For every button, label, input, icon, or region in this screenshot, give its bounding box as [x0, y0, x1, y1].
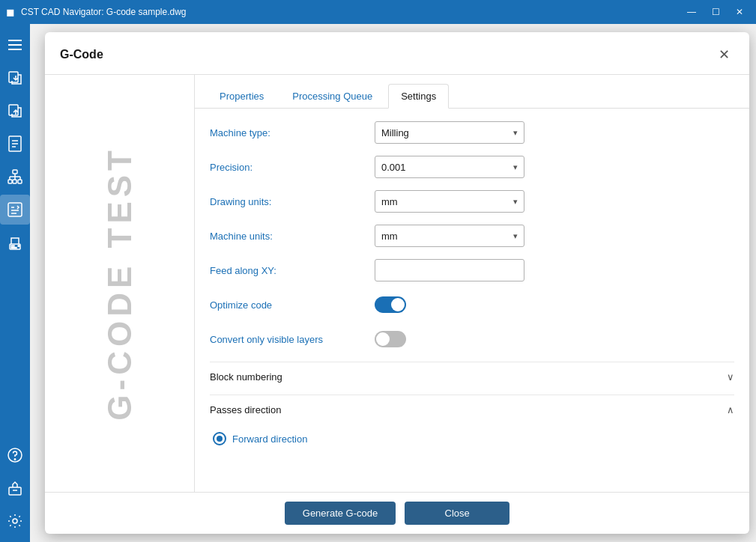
sidebar-icon-settings[interactable] [0, 506, 30, 536]
title-bar: ◼ CST CAD Navigator: G-code sample.dwg —… [0, 0, 756, 24]
convert-visible-row: Convert only visible layers [210, 327, 734, 351]
generate-gcode-button[interactable]: Generate G-code [285, 502, 396, 525]
svg-rect-8 [13, 180, 16, 183]
tab-properties[interactable]: Properties [207, 84, 276, 108]
machine-type-value: Milling [381, 127, 409, 138]
drawing-units-row: Drawing units: mm ▾ [210, 189, 734, 213]
sidebar-icon-menu[interactable] [0, 30, 30, 60]
feed-xy-label: Feed along XY: [210, 265, 375, 276]
drawing-units-control: mm ▾ [375, 190, 734, 213]
close-button[interactable]: Close [405, 502, 509, 525]
precision-arrow-icon: ▾ [513, 162, 518, 172]
sidebar-icon-import[interactable] [0, 63, 30, 93]
svg-rect-4 [9, 105, 18, 115]
sidebar [0, 24, 30, 542]
precision-value: 0.001 [381, 162, 406, 173]
block-numbering-section[interactable]: Block numbering ∨ [210, 362, 734, 392]
app-body: G-Code ✕ G-CODE TEST Properties Processi… [0, 24, 756, 542]
dialog-footer: Generate G-code Close [45, 492, 749, 534]
svg-point-14 [18, 246, 19, 247]
precision-row: Precision: 0.001 ▾ [210, 155, 734, 179]
gcode-dialog: G-Code ✕ G-CODE TEST Properties Processi… [45, 32, 749, 534]
precision-label: Precision: [210, 162, 375, 173]
maximize-button[interactable]: ☐ [705, 4, 726, 19]
svg-rect-6 [13, 170, 17, 174]
svg-rect-7 [8, 180, 12, 183]
svg-rect-1 [8, 44, 22, 46]
sidebar-icon-plugin[interactable] [0, 473, 30, 503]
window-close-button[interactable]: ✕ [729, 4, 750, 19]
drawing-units-arrow-icon: ▾ [513, 197, 518, 207]
passes-direction-section[interactable]: Passes direction ∧ [210, 395, 734, 424]
machine-type-arrow-icon: ▾ [513, 128, 518, 138]
sidebar-icon-export[interactable] [0, 96, 30, 126]
tab-settings[interactable]: Settings [388, 84, 449, 109]
svg-point-16 [14, 459, 16, 460]
optimize-code-label: Optimize code [210, 299, 375, 311]
drawing-units-label: Drawing units: [210, 196, 375, 207]
dialog-title: G-Code [60, 48, 103, 61]
sidebar-icon-gcode[interactable] [0, 195, 30, 225]
window-controls: — ☐ ✕ [681, 4, 750, 19]
block-numbering-title: Block numbering [210, 371, 282, 383]
machine-type-control: Milling ▾ [375, 121, 734, 144]
sidebar-icon-print[interactable] [0, 228, 30, 258]
dialog-header: G-Code ✕ [45, 32, 749, 75]
machine-units-value: mm [381, 231, 398, 242]
convert-visible-control [375, 331, 734, 347]
precision-dropdown[interactable]: 0.001 ▾ [375, 156, 524, 178]
title-bar-title-group: ◼ CST CAD Navigator: G-code sample.dwg [6, 6, 187, 18]
optimize-code-row: Optimize code [210, 293, 734, 317]
feed-xy-control: 450 [375, 259, 734, 281]
convert-visible-label: Convert only visible layers [210, 334, 375, 345]
machine-units-dropdown[interactable]: mm ▾ [375, 225, 524, 247]
machine-type-dropdown[interactable]: Milling ▾ [375, 121, 524, 144]
preview-gcode-text: G-CODE TEST [103, 146, 136, 421]
svg-rect-3 [9, 72, 18, 82]
svg-rect-0 [8, 40, 22, 41]
feed-xy-row: Feed along XY: 450 [210, 258, 734, 282]
passes-direction-title: Passes direction [210, 404, 281, 415]
machine-type-row: Machine type: Milling ▾ [210, 121, 734, 144]
convert-visible-toggle[interactable] [375, 331, 406, 347]
svg-rect-12 [11, 246, 14, 246]
machine-units-arrow-icon: ▾ [513, 231, 518, 241]
machine-units-label: Machine units: [210, 231, 375, 242]
optimize-code-toggle[interactable] [375, 296, 406, 313]
svg-rect-17 [9, 487, 21, 495]
svg-rect-2 [8, 49, 22, 50]
svg-rect-9 [18, 180, 22, 183]
app-icon: ◼ [6, 6, 15, 18]
forward-direction-radio[interactable] [213, 432, 226, 445]
sidebar-icon-hierarchy[interactable] [0, 162, 30, 192]
window-title: CST CAD Navigator: G-code sample.dwg [21, 7, 187, 17]
precision-control: 0.001 ▾ [375, 156, 734, 178]
sidebar-icon-document[interactable] [0, 129, 30, 159]
machine-type-label: Machine type: [210, 127, 375, 138]
svg-rect-10 [8, 203, 22, 216]
optimize-code-control [375, 296, 734, 313]
forward-direction-radio-dot [217, 436, 223, 442]
minimize-button[interactable]: — [681, 4, 702, 19]
drawing-units-dropdown[interactable]: mm ▾ [375, 190, 524, 213]
sidebar-icon-help[interactable] [0, 440, 30, 470]
tab-processing-queue[interactable]: Processing Queue [279, 84, 385, 108]
settings-scroll-area[interactable]: Machine type: Milling ▾ Precision: [195, 109, 749, 492]
svg-point-18 [13, 519, 17, 523]
forward-direction-row: Forward direction [213, 432, 734, 445]
svg-rect-13 [11, 248, 16, 249]
passes-direction-chevron-icon: ∧ [727, 404, 734, 415]
feed-xy-input[interactable]: 450 [375, 259, 524, 281]
preview-pane: G-CODE TEST [45, 75, 195, 492]
machine-units-row: Machine units: mm ▾ [210, 224, 734, 248]
content-area: G-Code ✕ G-CODE TEST Properties Processi… [30, 24, 756, 542]
block-numbering-chevron-icon: ∨ [727, 371, 734, 383]
optimize-code-toggle-knob [391, 298, 405, 311]
forward-direction-label: Forward direction [232, 433, 307, 445]
convert-visible-toggle-knob [376, 332, 390, 346]
settings-pane: Properties Processing Queue Settings Mac… [195, 75, 749, 492]
dialog-close-button[interactable]: ✕ [713, 44, 734, 65]
dialog-body: G-CODE TEST Properties Processing Queue … [45, 75, 749, 492]
drawing-units-value: mm [381, 196, 398, 207]
tabs-bar: Properties Processing Queue Settings [195, 75, 749, 109]
